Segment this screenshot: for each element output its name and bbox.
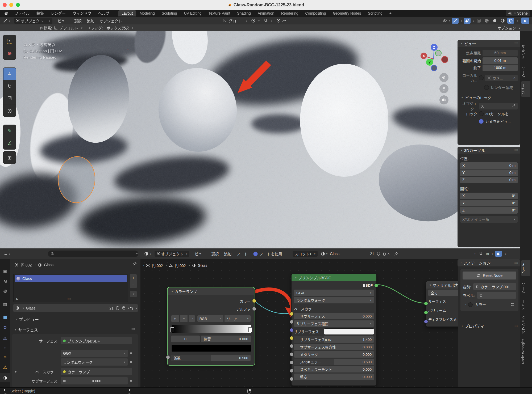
fac-input-socket[interactable]	[166, 355, 170, 359]
cursor-loc-x-field[interactable]: X0 m	[460, 162, 518, 169]
metallic-input-socket[interactable]	[290, 361, 294, 365]
cursor-loc-z-field[interactable]: Z0 m	[460, 177, 518, 183]
use-nodes-checkbox[interactable]	[253, 252, 258, 256]
distribution-dropdown[interactable]: GGX∨	[61, 350, 128, 357]
bsdf-header[interactable]: ∨プリンシプルBSDF	[292, 274, 376, 281]
add-stop-button[interactable]: +	[171, 315, 179, 322]
add-slot-button[interactable]: +	[130, 274, 137, 281]
breadcrumb-object[interactable]: 円.002	[21, 262, 32, 268]
menu-file[interactable]: ファイル	[11, 10, 33, 17]
tab-physics[interactable]: ◌	[0, 344, 10, 353]
object-mode-dropdown[interactable]: オブジェクト... ∨	[14, 18, 52, 24]
options-dropdown[interactable]: オプション	[497, 25, 516, 31]
material-slot-row[interactable]: Glass	[15, 275, 127, 282]
tab-data[interactable]	[0, 363, 10, 372]
view-panel-header[interactable]: ∨ ビュー ∷∷	[458, 40, 520, 47]
pin-icon[interactable]	[394, 252, 398, 256]
material-name-field[interactable]: Glass	[26, 306, 36, 310]
workspace-tab-sculpting[interactable]: Sculpting	[159, 10, 180, 16]
drag-grip-icon[interactable]: ∷∷	[131, 327, 135, 331]
shader-editor-type-icon[interactable]	[144, 252, 148, 256]
cursor-loc-y-field[interactable]: Y0 m	[460, 170, 518, 176]
tab-particles[interactable]: ⁂	[0, 334, 10, 343]
properties-editor-type-icon[interactable]	[3, 252, 7, 256]
workspace-tab-texturepaint[interactable]: Texture Paint	[205, 10, 234, 16]
subsurface-method-dropdown[interactable]: ランダムウォーク∨	[61, 358, 128, 366]
bsdf-subsurface-radius-dropdown[interactable]: サブサーフェス範囲∨	[294, 320, 374, 327]
subsurface-color-swatch[interactable]	[324, 328, 374, 335]
drag-value[interactable]: ボックス選択	[106, 25, 129, 31]
menu-window[interactable]: ウィンドウ	[69, 10, 94, 17]
cursor-panel-header[interactable]: ∨ 3Dカーソル ∷∷	[458, 147, 520, 154]
reset-node-button[interactable]: Reset Node	[463, 272, 516, 279]
focal-length-field[interactable]: 50 mm	[483, 50, 518, 56]
node-menu-add[interactable]: 追加	[221, 251, 234, 256]
workspace-tab-animation[interactable]: Animation	[255, 10, 277, 16]
viewport-menu-select[interactable]: 選択	[72, 18, 84, 23]
alpha-output-socket[interactable]	[252, 307, 256, 311]
fake-user-shield-icon[interactable]	[115, 306, 120, 310]
subsurface-ior-input-socket[interactable]	[290, 344, 294, 348]
node-tab-tool[interactable]: ツール	[521, 281, 530, 296]
fac-input-row[interactable]: 係数0.500	[171, 355, 251, 361]
cursor-rot-y-field[interactable]: Y0°	[460, 200, 518, 206]
viewport-3d[interactable]: カメラ・透視投影 (1) Collection | 円.002 Renderin…	[0, 31, 520, 248]
properties-search-input[interactable]	[48, 251, 138, 257]
copy-datablock-icon[interactable]	[122, 306, 126, 310]
color-mode-dropdown[interactable]: RGB∨	[197, 315, 224, 322]
drag-grip-icon[interactable]: ∷∷	[67, 298, 71, 301]
chevron-down-icon[interactable]: ∨	[136, 252, 138, 255]
breadcrumb-material[interactable]: Glass	[44, 263, 53, 267]
tab-scene[interactable]	[0, 277, 10, 286]
local-camera-checkbox[interactable]	[479, 75, 484, 80]
stop-color-swatch[interactable]	[172, 345, 251, 352]
visibility-eye-icon[interactable]	[443, 19, 447, 23]
node-tab-node-wrangler[interactable]: Node Wrangler	[521, 337, 530, 366]
bsdf-output-socket[interactable]	[374, 283, 378, 287]
remove-stop-button[interactable]: −	[180, 315, 188, 322]
workspace-tab-layout[interactable]: Layout	[118, 10, 136, 16]
shading-wireframe-button[interactable]	[483, 18, 490, 24]
bsdf-roughness-row[interactable]: 粗さ0.000	[294, 374, 374, 380]
shading-material-button[interactable]	[499, 18, 506, 24]
node-color-checkbox[interactable]	[468, 302, 473, 307]
material-icon[interactable]	[15, 306, 19, 310]
proportional-edit-icon[interactable]	[276, 19, 281, 23]
orientation-label[interactable]: グロー...	[229, 18, 243, 23]
render-region-checkbox[interactable]	[484, 85, 489, 90]
menu-render[interactable]: レンダー	[48, 10, 69, 17]
cursor-rot-z-field[interactable]: Z0°	[460, 207, 518, 214]
animate-dot-icon[interactable]	[130, 352, 132, 354]
tool-rotate[interactable]: ↻	[3, 80, 16, 92]
workspace-tab-rendering[interactable]: Rendering	[278, 10, 302, 16]
tab-texture[interactable]: ▦	[0, 385, 10, 387]
coord-system-value[interactable]: デフォルト	[60, 25, 78, 31]
ramp-specials-button[interactable]: ∨	[189, 315, 195, 322]
camera-view-button[interactable]	[439, 95, 448, 104]
tool-annotate[interactable]: ✎	[3, 125, 16, 137]
stop-position-field[interactable]: 位置0.000	[201, 336, 251, 342]
node-tab-options[interactable]: オプション	[521, 313, 530, 336]
workspace-tab-shading[interactable]: Shading	[234, 10, 254, 16]
specular-tint-input-socket[interactable]	[290, 377, 294, 381]
subsurface-aniso-input-socket[interactable]	[290, 352, 294, 356]
stop-index-field[interactable]: 0	[171, 336, 200, 342]
slot-dropdown[interactable]: スロット1∨	[293, 251, 317, 257]
animate-dot-icon[interactable]	[130, 361, 132, 363]
base-color-field[interactable]: カラーランプ	[61, 368, 132, 375]
euler-order-dropdown[interactable]: XYZ オイラー角∨	[460, 216, 518, 223]
tool-scale[interactable]: ↗	[3, 92, 16, 105]
drag-grip-icon[interactable]: ∷∷	[514, 149, 518, 152]
nodetree-toggle-button[interactable]: ∨	[129, 304, 138, 312]
sidebar-tab-tool[interactable]: ツール	[521, 64, 530, 80]
animate-dot-icon[interactable]	[130, 380, 132, 382]
bsdf-metallic-row[interactable]: メタリック0.000	[294, 351, 374, 358]
tab-object[interactable]	[0, 313, 10, 322]
drag-grip-icon[interactable]: ∷∷	[514, 42, 518, 45]
node-menu-view[interactable]: ビュー	[192, 251, 209, 256]
sidebar-tab-view[interactable]: ビュー	[521, 81, 530, 97]
node-menu-node[interactable]: ノード	[234, 251, 251, 256]
node-tab-view[interactable]: ビュー	[521, 297, 530, 312]
colorramp-node[interactable]: ∨カラーランプ カラー アルファ + − ∨ RGB∨ リニア∨ 0 位置0.0…	[168, 287, 255, 365]
pin-icon[interactable]	[132, 262, 137, 266]
